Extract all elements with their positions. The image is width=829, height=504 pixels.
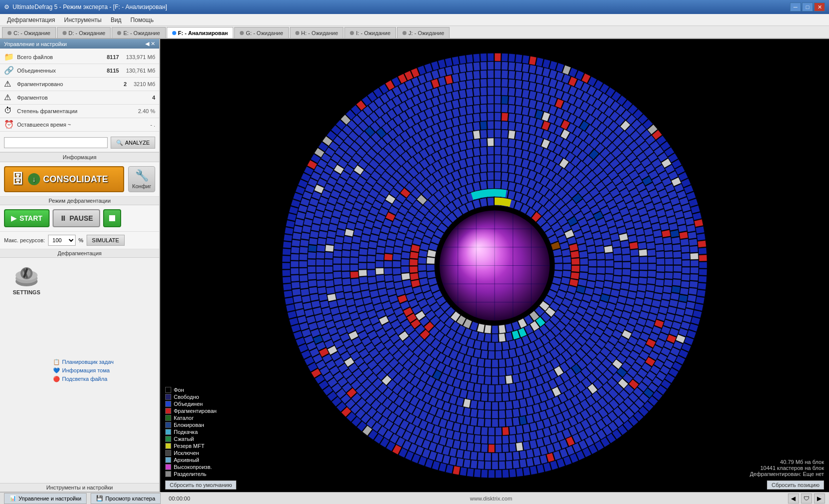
tab-dot-2 (117, 31, 121, 35)
minimize-button[interactable]: ─ (790, 3, 801, 12)
legend-item-1: Свободно (165, 394, 217, 400)
stop-button[interactable]: ⏹ (103, 209, 121, 227)
legend-color-2 (165, 401, 171, 407)
settings-link-1[interactable]: 💙Информация тома (53, 367, 114, 374)
tab-dot-0 (8, 31, 12, 35)
settings-icon (14, 263, 40, 287)
stat-icon-4: ⏱ (4, 106, 14, 116)
config-button[interactable]: 🔧 Конфиг (128, 166, 155, 192)
link-icon-0: 📋 (53, 359, 60, 365)
stat-val2-1: 130,761 Мб (126, 68, 155, 74)
legend-item-7: Сжатый (165, 436, 217, 442)
tab-dot-4 (240, 31, 244, 35)
legend-color-4 (165, 415, 171, 421)
defrag-status-info: Дефрагментирован: Еще нет (750, 471, 824, 477)
tab-1[interactable]: D: - Ожидание (57, 27, 111, 38)
tab-6[interactable]: I: - Ожидание (344, 27, 396, 38)
pause-button[interactable]: ⏸ PAUSE (53, 209, 100, 227)
legend-color-8 (165, 443, 171, 449)
bottom-tab-cluster[interactable]: 💾 Просмотр кластера (91, 493, 161, 504)
window-title: UltimateDefrag 5 - Режим эксперта - [F: … (13, 4, 167, 11)
stat-row-4: ⏱Степень фрагментации2.40 % (0, 105, 159, 118)
tab-4[interactable]: G: - Ожидание (234, 27, 288, 38)
start-button[interactable]: ▶ START (4, 209, 50, 227)
defrag-area: 🗄 ↓ CONSOLIDATE 🔧 Конфиг (0, 162, 159, 197)
menu-help[interactable]: Помощь (127, 16, 158, 25)
stat-icon-5: ⏰ (4, 120, 14, 130)
tabbar: C: - ОжиданиеD: - ОжиданиеE: - ОжиданиеF… (0, 26, 829, 39)
simulate-button[interactable]: SIMULATE (87, 235, 125, 246)
search-icon: 🔍 (116, 140, 123, 146)
settings-icon-button[interactable]: SETTINGS (4, 262, 49, 297)
stat-val1-0: 8117 (107, 54, 119, 60)
consolidate-button[interactable]: 🗄 ↓ CONSOLIDATE (4, 166, 124, 192)
stat-label-4: Степень фрагментации (17, 108, 131, 114)
settings-link-2[interactable]: 🔴Подсветка файла (53, 376, 114, 382)
menu-defragmentation[interactable]: Дефрагментация (3, 16, 59, 25)
tab-dot-5 (295, 31, 299, 35)
app-icon: ⚙ (4, 4, 10, 11)
main-content: Управление и настройки ◀ ✕ 📁Всего файлов… (0, 39, 829, 492)
tab-dot-6 (350, 31, 354, 35)
legend-color-10 (165, 457, 171, 463)
controls-area: ▶ START ⏸ PAUSE ⏹ (0, 205, 159, 232)
panel-header: Управление и настройки ◀ ✕ (0, 39, 159, 49)
tab-7[interactable]: J: - Ожидание (397, 27, 450, 38)
tab-2[interactable]: E: - Ожидание (112, 27, 165, 38)
settings-label: SETTINGS (13, 289, 40, 295)
stat-icon-0: 📁 (4, 52, 14, 62)
stat-label-5: Оставшееся время ~ (17, 122, 143, 128)
tab-5[interactable]: H: - Ожидание (290, 27, 344, 38)
tab-dot-7 (402, 31, 406, 35)
stat-val2-0: 133,971 Мб (126, 54, 155, 60)
legend-color-0 (165, 387, 171, 393)
titlebar: ⚙ UltimateDefrag 5 - Режим эксперта - [F… (0, 0, 829, 14)
nav-right-button[interactable]: ▶ (814, 493, 825, 503)
stat-row-2: ⚠Фрагментировано23210 Мб (0, 78, 159, 91)
block-size-info: 40.79 Мб на блок (750, 459, 824, 465)
down-arrow-icon: ↓ (28, 173, 40, 185)
time-display: 00:00:00 (165, 495, 194, 501)
bottom-tab-management[interactable]: 📊 Управление и настройки (4, 493, 87, 504)
stat-label-2: Фрагментировано (17, 81, 119, 87)
link-icon-1: 💙 (53, 367, 60, 374)
legend-item-3: Фрагментирован (165, 408, 217, 414)
stop-icon: ⏹ (108, 213, 117, 224)
stat-val2-5: - . (150, 122, 155, 128)
legend-item-12: Разделитель (165, 471, 217, 477)
play-icon: ▶ (11, 214, 17, 222)
tab-0[interactable]: C: - Ожидание (2, 27, 56, 38)
stat-row-5: ⏰Оставшееся время ~- . (0, 118, 159, 132)
defrag-mode-label: Режим дефрагментации (0, 197, 159, 205)
menu-tools[interactable]: Инструменты (60, 16, 106, 25)
legend-color-11 (165, 464, 171, 470)
tab-3[interactable]: F: - Анализирован (167, 27, 234, 38)
bottom-bar: 📊 Управление и настройки 💾 Просмотр клас… (0, 492, 829, 504)
info-label: Информация (0, 152, 159, 162)
pause-icon: ⏸ (60, 214, 67, 222)
tools-label: Инструменты и настройки (0, 483, 159, 492)
resource-select[interactable]: 100755025 (48, 235, 76, 246)
analyze-input[interactable] (4, 137, 108, 148)
bottom-right-buttons: ◀ 🛡 ▶ (788, 493, 825, 503)
stat-row-0: 📁Всего файлов8117133,971 Мб (0, 51, 159, 64)
close-button[interactable]: ✕ (814, 3, 825, 12)
legend-color-3 (165, 408, 171, 414)
legend-item-10: Архивный (165, 457, 217, 463)
defrag-sublabel: Дефрагментация (0, 249, 159, 258)
settings-link-0[interactable]: 📋Планировщик задач (53, 359, 114, 365)
maximize-button[interactable]: □ (802, 3, 813, 12)
cluster-icon: 💾 (96, 495, 103, 501)
reset-default-button[interactable]: Сбросить по умолчанию (165, 480, 236, 489)
menubar: Дефрагментация Инструменты Вид Помощь (0, 14, 829, 26)
stat-icon-3: ⚠ (4, 93, 14, 103)
legend-item-6: Подкачка (165, 429, 217, 435)
analyze-button[interactable]: 🔍 ANALYZE (111, 137, 155, 149)
reset-position-button[interactable]: Сбросить позицию (767, 480, 824, 489)
legend-item-9: Исключен (165, 450, 217, 456)
nav-left-button[interactable]: ◀ (788, 493, 799, 503)
title-area: ⚙ UltimateDefrag 5 - Режим эксперта - [F… (4, 4, 167, 11)
menu-view[interactable]: Вид (107, 16, 126, 25)
tab-dot-3 (172, 31, 176, 35)
nav-shield-button[interactable]: 🛡 (801, 493, 812, 503)
